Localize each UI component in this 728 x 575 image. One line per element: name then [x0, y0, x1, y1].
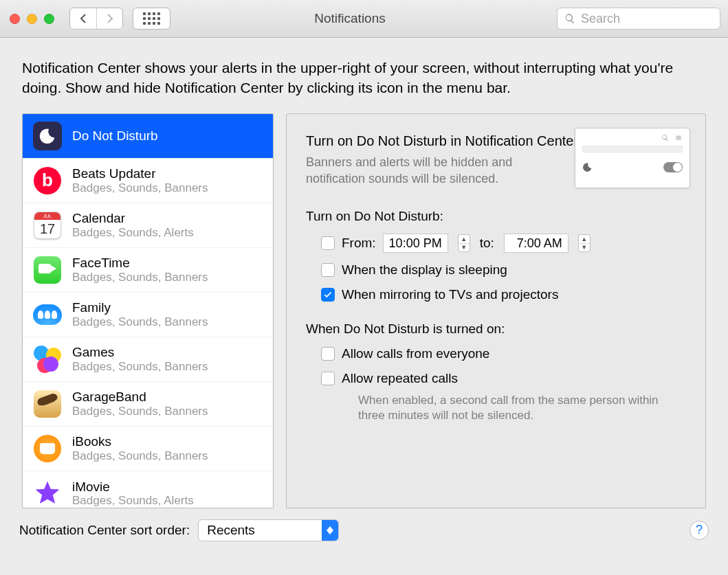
nav-buttons: [69, 8, 123, 30]
titlebar: Notifications: [0, 0, 728, 38]
opt-label: When the display is sleeping: [342, 262, 507, 278]
sidebar-item-label: GarageBand: [72, 390, 208, 405]
repeated-calls-hint: When enabled, a second call from the sam…: [321, 393, 686, 423]
window-title: Notifications: [150, 11, 550, 26]
from-time-field[interactable]: 10:00 PM: [383, 234, 448, 253]
sort-order-value: Recents: [207, 523, 255, 538]
sidebar-item-sub: Badges, Sounds, Banners: [72, 405, 208, 418]
sidebar-item-garageband[interactable]: GarageBand Badges, Sounds, Banners: [23, 382, 273, 427]
sidebar-item-label: Beats Updater: [72, 166, 208, 181]
from-label: From:: [342, 236, 376, 251]
sidebar-item-calendar[interactable]: JUL 17 Calendar Badges, Sounds, Alerts: [23, 203, 273, 248]
sidebar-item-facetime[interactable]: FaceTime Badges, Sounds, Banners: [23, 248, 273, 293]
detail-pane: Turn on Do Not Disturb in Notification C…: [286, 113, 706, 508]
checkbox-display-sleeping[interactable]: [321, 263, 335, 277]
detail-hint: Banners and alerts will be hidden and no…: [306, 154, 560, 188]
window-controls: [10, 14, 54, 24]
sidebar-item-sub: Badges, Sounds, Alerts: [72, 494, 194, 508]
checkbox-schedule[interactable]: [321, 236, 335, 250]
sort-order-select[interactable]: Recents: [198, 519, 339, 541]
sidebar-item-family[interactable]: Family Badges, Sounds, Banners: [23, 293, 273, 337]
sidebar-item-label: Family: [72, 300, 208, 315]
search-icon: [661, 134, 669, 142]
sidebar-item-imovie[interactable]: iMovie Badges, Sounds, Alerts: [23, 471, 273, 508]
forward-button[interactable]: [96, 8, 122, 29]
opt-label: Allow repeated calls: [342, 371, 458, 386]
search-field[interactable]: [557, 8, 720, 30]
sidebar-item-label: iBooks: [72, 434, 208, 449]
close-window-button[interactable]: [10, 14, 20, 24]
chevrons-icon: [322, 520, 338, 541]
section-label: When Do Not Disturb is turned on:: [306, 322, 686, 337]
checkbox-allow-everyone[interactable]: [321, 347, 335, 361]
sidebar-item-label: iMovie: [72, 480, 194, 495]
sidebar-item-do-not-disturb[interactable]: Do Not Disturb: [23, 114, 273, 159]
minimize-window-button[interactable]: [27, 14, 37, 24]
to-label: to:: [480, 236, 494, 251]
list-icon: [674, 134, 683, 142]
section-label: Turn on Do Not Disturb:: [306, 209, 686, 224]
beats-icon: b: [34, 167, 61, 194]
sidebar-item-sub: Badges, Sounds, Banners: [72, 315, 208, 329]
stepper-down[interactable]: ▼: [459, 243, 470, 251]
sidebar-item-beats-updater[interactable]: b Beats Updater Badges, Sounds, Banners: [23, 159, 273, 203]
garageband-icon: [34, 390, 61, 418]
search-icon: [564, 12, 575, 25]
calendar-icon: JUL 17: [34, 212, 61, 239]
sidebar-item-label: Games: [72, 345, 208, 360]
back-button[interactable]: [70, 8, 96, 29]
moon-icon: [582, 162, 593, 172]
sidebar-item-games[interactable]: Games Badges, Sounds, Banners: [23, 337, 273, 382]
pane-description: Notification Center shows your alerts in…: [0, 38, 728, 113]
sidebar-item-label: FaceTime: [72, 256, 208, 271]
facetime-icon: [34, 256, 61, 284]
zoom-window-button[interactable]: [44, 14, 54, 24]
help-button[interactable]: ?: [690, 521, 709, 540]
sidebar-item-label: Do Not Disturb: [72, 128, 158, 144]
sidebar-item-sub: Badges, Sounds, Banners: [72, 181, 208, 195]
sort-order-label: Notification Center sort order:: [19, 523, 190, 538]
sidebar-item-sub: Badges, Sounds, Banners: [72, 449, 208, 463]
to-time-stepper[interactable]: ▲ ▼: [578, 234, 591, 252]
app-list[interactable]: Do Not Disturb b Beats Updater Badges, S…: [22, 113, 274, 508]
sidebar-item-ibooks[interactable]: iBooks Badges, Sounds, Banners: [23, 427, 273, 471]
sidebar-item-sub: Badges, Sounds, Banners: [72, 360, 208, 374]
opt-label: Allow calls from everyone: [342, 346, 489, 361]
to-time-field[interactable]: 7:00 AM: [504, 234, 569, 253]
ibooks-icon: [34, 435, 61, 462]
checkbox-mirroring[interactable]: [321, 288, 335, 302]
family-icon: [33, 304, 62, 325]
game-center-icon: [34, 346, 61, 373]
sidebar-item-sub: Badges, Sounds, Banners: [72, 271, 208, 284]
sidebar-item-label: Calendar: [72, 211, 194, 226]
search-input[interactable]: [581, 12, 713, 26]
imovie-icon: [34, 480, 61, 507]
notification-center-preview: [575, 128, 690, 188]
opt-label: When mirroring to TVs and projectors: [342, 287, 558, 302]
from-time-stepper[interactable]: ▲ ▼: [458, 234, 470, 252]
stepper-up[interactable]: ▲: [459, 235, 470, 243]
checkbox-allow-repeated[interactable]: [321, 372, 335, 385]
toggle-icon: [663, 162, 683, 172]
moon-icon: [33, 122, 62, 150]
stepper-up[interactable]: ▲: [579, 235, 590, 243]
stepper-down[interactable]: ▼: [579, 243, 590, 251]
sidebar-item-sub: Badges, Sounds, Alerts: [72, 226, 194, 240]
